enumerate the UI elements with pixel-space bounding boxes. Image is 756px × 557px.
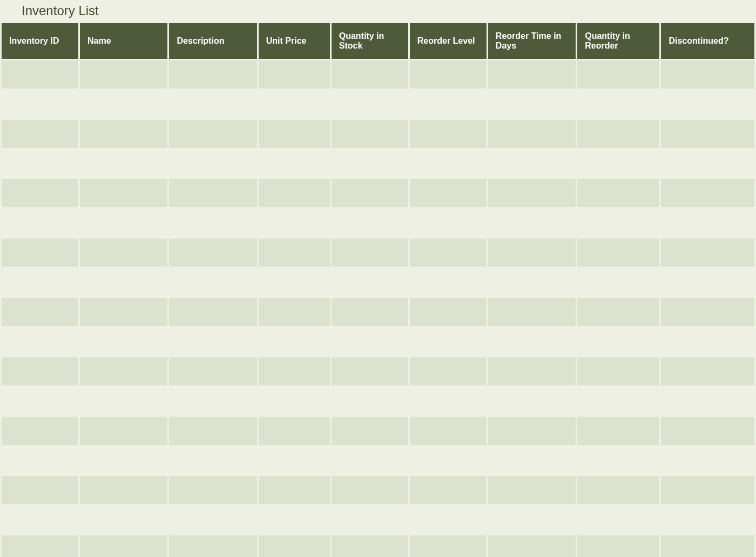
table-cell[interactable] (332, 328, 408, 356)
table-cell[interactable] (332, 268, 408, 296)
table-cell[interactable] (577, 476, 659, 504)
table-cell[interactable] (410, 535, 487, 557)
table-cell[interactable] (259, 179, 330, 207)
table-cell[interactable] (661, 446, 754, 474)
table-cell[interactable] (488, 60, 576, 89)
table-cell[interactable] (410, 328, 487, 356)
table-cell[interactable] (169, 506, 256, 534)
table-cell[interactable] (2, 239, 78, 267)
table-cell[interactable] (577, 387, 659, 415)
table-cell[interactable] (80, 357, 167, 385)
table-cell[interactable] (410, 150, 487, 178)
table-cell[interactable] (661, 90, 754, 118)
table-cell[interactable] (410, 417, 487, 445)
table-cell[interactable] (410, 446, 487, 474)
table-cell[interactable] (661, 298, 754, 326)
table-cell[interactable] (661, 179, 754, 207)
table-cell[interactable] (332, 506, 408, 534)
table-cell[interactable] (169, 357, 256, 385)
table-cell[interactable] (169, 328, 256, 356)
col-qty-in-stock[interactable]: Quantity in Stock (332, 23, 408, 59)
col-name[interactable]: Name (80, 23, 167, 59)
table-cell[interactable] (488, 506, 576, 534)
table-cell[interactable] (332, 387, 408, 415)
table-cell[interactable] (332, 476, 408, 504)
table-cell[interactable] (169, 387, 256, 415)
table-cell[interactable] (577, 357, 659, 385)
table-cell[interactable] (661, 150, 754, 178)
table-cell[interactable] (2, 328, 78, 356)
table-cell[interactable] (488, 417, 576, 445)
table-cell[interactable] (169, 120, 256, 148)
table-cell[interactable] (259, 120, 330, 148)
table-cell[interactable] (2, 268, 78, 296)
table-cell[interactable] (661, 476, 754, 504)
table-cell[interactable] (2, 120, 78, 148)
table-cell[interactable] (259, 387, 330, 415)
table-cell[interactable] (2, 357, 78, 385)
table-cell[interactable] (577, 150, 659, 178)
col-qty-reorder[interactable]: Quantity in Reorder (577, 23, 659, 59)
table-cell[interactable] (2, 209, 78, 237)
table-cell[interactable] (80, 535, 167, 557)
table-cell[interactable] (661, 506, 754, 534)
table-cell[interactable] (169, 239, 256, 267)
table-cell[interactable] (410, 90, 487, 118)
table-cell[interactable] (332, 150, 408, 178)
table-cell[interactable] (80, 417, 167, 445)
table-cell[interactable] (2, 90, 78, 118)
table-cell[interactable] (410, 476, 487, 504)
table-cell[interactable] (169, 446, 256, 474)
table-cell[interactable] (410, 268, 487, 296)
table-cell[interactable] (410, 209, 487, 237)
table-cell[interactable] (2, 298, 78, 326)
table-cell[interactable] (259, 506, 330, 534)
table-cell[interactable] (169, 417, 256, 445)
table-cell[interactable] (332, 357, 408, 385)
table-cell[interactable] (259, 476, 330, 504)
table-cell[interactable] (2, 150, 78, 178)
table-cell[interactable] (488, 387, 576, 415)
table-cell[interactable] (169, 90, 256, 118)
col-description[interactable]: Description (169, 23, 256, 59)
table-cell[interactable] (488, 535, 576, 557)
table-cell[interactable] (259, 150, 330, 178)
table-cell[interactable] (488, 239, 576, 267)
table-cell[interactable] (169, 298, 256, 326)
table-cell[interactable] (488, 179, 576, 207)
table-cell[interactable] (577, 120, 659, 148)
table-cell[interactable] (332, 446, 408, 474)
col-inventory-id[interactable]: Inventory ID (2, 23, 78, 59)
table-cell[interactable] (577, 535, 659, 557)
table-cell[interactable] (332, 298, 408, 326)
col-discontinued[interactable]: Discontinued? (661, 23, 754, 59)
table-cell[interactable] (2, 506, 78, 534)
table-cell[interactable] (488, 446, 576, 474)
table-cell[interactable] (332, 120, 408, 148)
table-cell[interactable] (577, 298, 659, 326)
table-cell[interactable] (80, 179, 167, 207)
table-cell[interactable] (577, 179, 659, 207)
table-cell[interactable] (259, 60, 330, 89)
table-cell[interactable] (577, 60, 659, 89)
table-cell[interactable] (577, 209, 659, 237)
table-cell[interactable] (410, 179, 487, 207)
table-cell[interactable] (259, 357, 330, 385)
table-cell[interactable] (488, 90, 576, 118)
table-cell[interactable] (661, 268, 754, 296)
table-cell[interactable] (169, 209, 256, 237)
table-cell[interactable] (661, 387, 754, 415)
table-cell[interactable] (169, 268, 256, 296)
table-cell[interactable] (410, 357, 487, 385)
table-cell[interactable] (410, 298, 487, 326)
col-unit-price[interactable]: Unit Price (259, 23, 330, 59)
table-cell[interactable] (80, 120, 167, 148)
table-cell[interactable] (259, 535, 330, 557)
table-cell[interactable] (488, 476, 576, 504)
table-cell[interactable] (80, 150, 167, 178)
table-cell[interactable] (577, 506, 659, 534)
table-cell[interactable] (169, 476, 256, 504)
table-cell[interactable] (80, 506, 167, 534)
table-cell[interactable] (332, 209, 408, 237)
table-cell[interactable] (410, 60, 487, 89)
